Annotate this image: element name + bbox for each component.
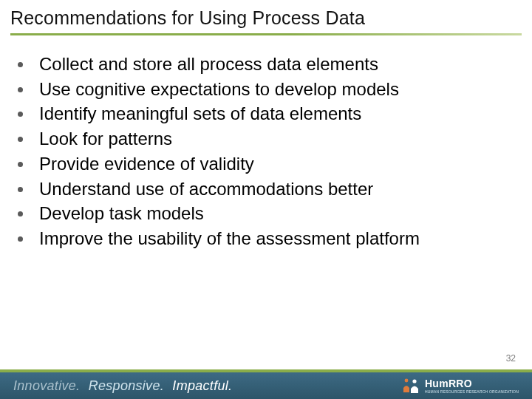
svg-point-0 bbox=[405, 379, 409, 383]
bullet-icon bbox=[18, 187, 23, 192]
list-item: Improve the usability of the assessment … bbox=[13, 228, 511, 250]
slide: Recommendations for Using Process Data C… bbox=[0, 0, 532, 399]
list-item-text: Provide evidence of validity bbox=[39, 153, 511, 176]
bullet-icon bbox=[18, 162, 23, 167]
list-item-text: Use cognitive expectations to develop mo… bbox=[39, 78, 511, 101]
list-item-text: Look for patterns bbox=[39, 128, 511, 151]
footer-logo: HumRRO HUMAN RESOURCES RESEARCH ORGANIZA… bbox=[401, 378, 519, 394]
list-item-text: Collect and store all process data eleme… bbox=[39, 53, 511, 76]
list-item-text: Understand use of accommodations better bbox=[39, 178, 511, 201]
list-item-text: Identify meaningful sets of data element… bbox=[39, 103, 511, 126]
tagline-word: Innovative. bbox=[13, 378, 80, 393]
list-item-text: Improve the usability of the assessment … bbox=[39, 228, 511, 250]
list-item: Identify meaningful sets of data element… bbox=[13, 103, 511, 126]
list-item-text: Develop task models bbox=[39, 202, 511, 225]
list-item: Provide evidence of validity bbox=[13, 153, 511, 176]
logo-text: HumRRO HUMAN RESOURCES RESEARCH ORGANIZA… bbox=[425, 378, 519, 394]
logo-subtitle: HUMAN RESOURCES RESEARCH ORGANIZATION bbox=[425, 390, 519, 394]
list-item: Look for patterns bbox=[13, 128, 511, 151]
bullet-icon bbox=[18, 137, 23, 142]
svg-point-1 bbox=[412, 379, 416, 383]
bullet-icon bbox=[18, 62, 23, 67]
bullet-icon bbox=[18, 112, 23, 117]
footer-bar: Innovative. Responsive. Impactful. HumRR… bbox=[0, 372, 532, 399]
bullet-icon bbox=[18, 211, 23, 216]
footer-tagline: Innovative. Responsive. Impactful. bbox=[13, 378, 232, 394]
tagline-word: Impactful. bbox=[172, 378, 232, 393]
list-item: Use cognitive expectations to develop mo… bbox=[13, 78, 511, 101]
list-item: Develop task models bbox=[13, 202, 511, 225]
footer: Innovative. Responsive. Impactful. HumRR… bbox=[0, 369, 532, 399]
bullet-icon bbox=[18, 87, 23, 92]
bullet-icon bbox=[18, 236, 23, 242]
bullet-list: Collect and store all process data eleme… bbox=[13, 53, 511, 250]
page-number: 32 bbox=[506, 353, 516, 364]
logo-name: HumRRO bbox=[425, 378, 519, 389]
logo-mark-icon bbox=[401, 378, 420, 394]
list-item: Collect and store all process data eleme… bbox=[13, 53, 511, 76]
list-item: Understand use of accommodations better bbox=[13, 178, 511, 201]
slide-title: Recommendations for Using Process Data bbox=[0, 0, 532, 33]
tagline-word: Responsive. bbox=[89, 378, 164, 393]
content-area: Collect and store all process data eleme… bbox=[0, 35, 532, 250]
